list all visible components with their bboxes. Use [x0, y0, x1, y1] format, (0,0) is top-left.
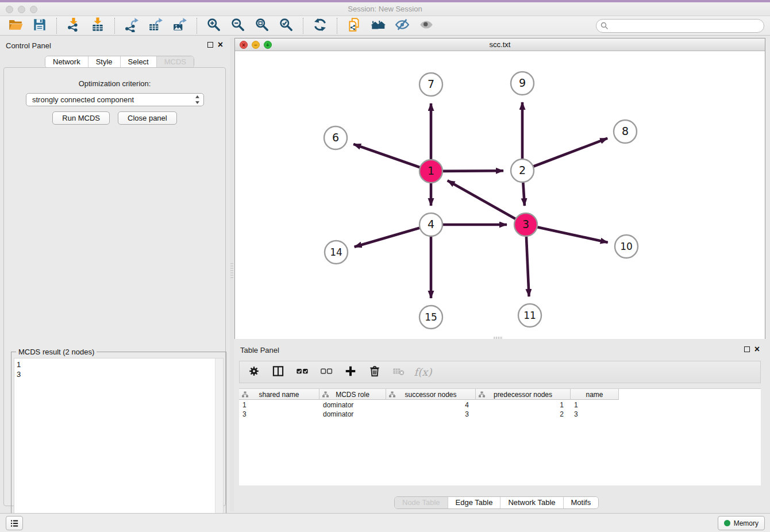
svg-text:3: 3	[522, 218, 529, 230]
zoom-fit-icon	[255, 17, 270, 34]
column-header-shared-name[interactable]: shared name	[239, 389, 319, 400]
function-builder-button: f(x)	[415, 365, 430, 380]
edge-2-3[interactable]	[523, 182, 525, 206]
function-builder-icon: f(x)	[414, 366, 432, 378]
node-6[interactable]: 6	[324, 126, 347, 149]
edge-3-1[interactable]	[448, 180, 517, 219]
node-2[interactable]: 2	[511, 159, 534, 182]
control-panel-tabs: NetworkStyleSelectMCDS	[45, 56, 194, 68]
network-canvas[interactable]: 7968124314101511	[235, 51, 765, 339]
select-all-columns-button[interactable]	[295, 365, 310, 380]
zoom-fit-button[interactable]	[250, 17, 274, 34]
table-panel-close-button[interactable]: ×	[754, 346, 760, 353]
tab-edge-table[interactable]: Edge Table	[448, 497, 500, 509]
control-panel-close-button[interactable]: ×	[218, 41, 223, 48]
save-session-button[interactable]	[28, 17, 52, 34]
node-11[interactable]: 11	[518, 304, 541, 327]
cell-name[interactable]: 1	[571, 400, 619, 410]
show-panel-icon	[419, 17, 434, 34]
tab-mcds[interactable]: MCDS	[156, 56, 194, 68]
edge-2-8[interactable]	[533, 138, 607, 167]
zoom-out-button[interactable]	[226, 17, 250, 34]
panel-splitter-horizontal[interactable]	[494, 337, 503, 339]
criterion-dropdown[interactable]: strongly connected component	[26, 93, 204, 106]
table-panel-header: Table Panel ×	[234, 342, 765, 357]
refresh-network-button[interactable]	[308, 17, 332, 34]
duplicate-network-button[interactable]	[342, 17, 366, 34]
search-input[interactable]	[596, 19, 764, 33]
mcds-result-line: 3	[17, 369, 221, 379]
node-3[interactable]: 3	[514, 213, 537, 236]
task-history-button[interactable]	[6, 516, 23, 530]
home-view-button[interactable]	[366, 17, 390, 34]
node-10[interactable]: 10	[615, 235, 638, 258]
add-column-button[interactable]	[343, 365, 358, 380]
zoom-selected-button[interactable]	[274, 17, 298, 34]
column-header-successor-nodes[interactable]: successor nodes	[386, 389, 476, 400]
close-panel-button[interactable]: Close panel	[118, 111, 177, 125]
column-header-MCDS-role[interactable]: MCDS role	[319, 389, 386, 400]
delete-column-button[interactable]	[367, 365, 382, 380]
open-file-button[interactable]	[3, 17, 28, 34]
cell-MCDS-role[interactable]: dominator	[319, 400, 386, 410]
column-header-predecessor-nodes[interactable]: predecessor nodes	[476, 389, 571, 400]
table-row[interactable]: 3dominator323	[239, 410, 619, 419]
edge-1-2[interactable]	[442, 171, 503, 171]
hide-panel-icon	[395, 17, 410, 34]
svg-text:8: 8	[622, 125, 629, 137]
edge-4-14[interactable]	[355, 228, 421, 246]
node-14[interactable]: 14	[325, 241, 348, 264]
table-panel-float-button[interactable]	[744, 346, 750, 352]
table-panel: Table Panel × f(x) shared nameMCDS roles…	[234, 342, 765, 511]
show-columns-button[interactable]	[271, 365, 286, 380]
tab-motifs[interactable]: Motifs	[563, 497, 599, 509]
node-table[interactable]: shared nameMCDS rolesuccessor nodesprede…	[239, 388, 761, 485]
edge-3-10[interactable]	[537, 227, 608, 242]
export-table-icon	[148, 17, 163, 34]
cell-name[interactable]: 3	[571, 410, 619, 419]
node-8[interactable]: 8	[614, 120, 637, 143]
cell-predecessor-nodes[interactable]: 2	[476, 410, 571, 419]
zoom-in-button[interactable]	[202, 17, 226, 34]
cell-predecessor-nodes[interactable]: 1	[476, 400, 571, 410]
export-table-button[interactable]	[144, 17, 168, 34]
tab-style[interactable]: Style	[88, 56, 120, 68]
export-image-button[interactable]	[168, 17, 192, 34]
cell-successor-nodes[interactable]: 4	[386, 400, 476, 410]
table-header-row: shared nameMCDS rolesuccessor nodesprede…	[239, 389, 619, 400]
hide-panel-button[interactable]	[390, 17, 414, 34]
mcds-result-textarea[interactable]: 13	[14, 358, 224, 532]
export-network-button[interactable]	[120, 17, 144, 34]
tab-select[interactable]: Select	[120, 56, 156, 68]
list-icon	[9, 518, 20, 529]
node-15[interactable]: 15	[419, 306, 442, 329]
cell-MCDS-role[interactable]: dominator	[319, 410, 386, 419]
result-scrollbar[interactable]	[215, 358, 223, 532]
home-view-icon	[371, 17, 386, 34]
memory-button[interactable]: Memory	[718, 516, 765, 530]
network-window-titlebar[interactable]: × − + scc.txt	[235, 38, 765, 51]
node-1[interactable]: 1	[419, 160, 442, 183]
control-panel-float-button[interactable]	[207, 42, 213, 48]
cell-successor-nodes[interactable]: 3	[386, 410, 476, 419]
import-table-button[interactable]	[86, 17, 110, 34]
panel-splitter-vertical[interactable]	[230, 38, 234, 511]
cell-shared-name[interactable]: 1	[239, 400, 319, 410]
import-network-button[interactable]	[61, 17, 86, 34]
show-panel-button[interactable]	[414, 17, 438, 34]
deselect-all-columns-button[interactable]	[319, 365, 334, 380]
node-9[interactable]: 9	[511, 72, 534, 95]
delete-column-icon	[368, 365, 381, 379]
table-row[interactable]: 1dominator411	[239, 400, 619, 410]
node-4[interactable]: 4	[419, 213, 442, 236]
tab-node-table[interactable]: Node Table	[395, 497, 448, 509]
cell-shared-name[interactable]: 3	[239, 410, 319, 419]
edge-1-6[interactable]	[353, 144, 421, 168]
tab-network-table[interactable]: Network Table	[500, 497, 563, 509]
run-mcds-button[interactable]: Run MCDS	[52, 111, 110, 125]
edge-3-11[interactable]	[526, 236, 529, 296]
table-mode-gear-button[interactable]	[247, 365, 261, 380]
column-header-name[interactable]: name	[571, 389, 619, 400]
node-7[interactable]: 7	[419, 73, 442, 96]
tab-network[interactable]: Network	[45, 56, 88, 68]
